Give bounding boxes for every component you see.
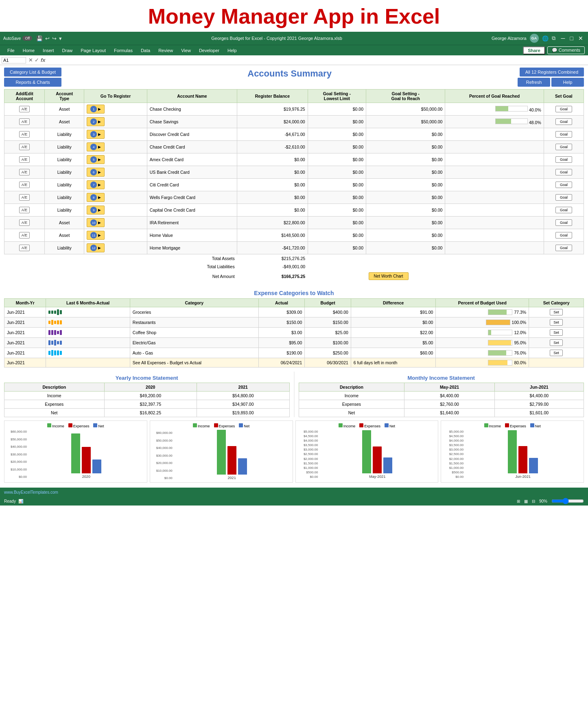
customize-icon[interactable]: ▾	[59, 35, 62, 42]
goal-button[interactable]: Goal	[555, 182, 572, 188]
set-category-button[interactable]: Set	[550, 339, 563, 346]
set-goal-cell: Goal	[544, 128, 584, 141]
goal-button[interactable]: Goal	[555, 131, 572, 138]
ae-button[interactable]: A/E	[19, 219, 30, 226]
register-button[interactable]: 3 ▶	[87, 130, 105, 139]
lowest-limit-cell: $0.00	[308, 242, 366, 254]
chart-inner: 2020	[28, 433, 144, 479]
legend-income: Income	[47, 423, 64, 428]
goal-button[interactable]: Goal	[555, 144, 572, 150]
legend-expenses: Expenses	[359, 423, 380, 428]
ae-button[interactable]: A/E	[19, 118, 30, 125]
view-page-icon[interactable]: ⊟	[532, 499, 535, 503]
arrow-right-icon: ▶	[98, 221, 101, 225]
register-button[interactable]: 12 ▶	[87, 243, 105, 252]
ae-button[interactable]: A/E	[19, 169, 30, 175]
ae-button[interactable]: A/E	[19, 194, 30, 201]
menu-review[interactable]: Review	[154, 47, 177, 54]
user-avatar: GA	[530, 34, 539, 43]
register-button[interactable]: 6 ▶	[87, 168, 105, 177]
register-number: 10	[90, 219, 97, 226]
register-button[interactable]: 9 ▶	[87, 206, 105, 214]
goal-button[interactable]: Goal	[555, 118, 572, 125]
ae-button[interactable]: A/E	[19, 144, 30, 150]
total-liabilities-label: Total Liabilities	[4, 263, 237, 271]
register-button[interactable]: 11 ▶	[87, 231, 105, 240]
goal-button[interactable]: Goal	[555, 232, 572, 239]
menu-pagelayout[interactable]: Page Layout	[77, 47, 110, 54]
balance-cell: -$4,671.00	[237, 128, 308, 141]
goal-button[interactable]: Goal	[555, 194, 572, 201]
menu-formulas[interactable]: Formulas	[110, 47, 137, 54]
share-button[interactable]: Share	[523, 46, 545, 55]
all-registers-button[interactable]: All 12 Registers Combined	[520, 68, 584, 77]
set-category-button[interactable]: Set	[550, 350, 563, 356]
exp-bars-cell	[46, 328, 130, 338]
footer-url[interactable]: www.BuyExcelTemplates.com	[4, 490, 58, 495]
set-category-button[interactable]: Set	[550, 329, 563, 336]
set-category-button[interactable]: Set	[550, 319, 563, 326]
register-button[interactable]: 4 ▶	[87, 142, 105, 151]
go-to-register-cell: 8 ▶	[84, 191, 147, 204]
ae-button[interactable]: A/E	[19, 106, 30, 112]
register-button[interactable]: 10 ▶	[87, 218, 105, 227]
register-button[interactable]: 1 ▶	[87, 105, 105, 114]
register-button[interactable]: 5 ▶	[87, 155, 105, 164]
comments-button[interactable]: 💬 Comments	[547, 46, 585, 54]
menu-data[interactable]: Data	[137, 47, 154, 54]
pct-goal-cell	[445, 242, 544, 254]
menu-view[interactable]: View	[177, 47, 195, 54]
menu-draw[interactable]: Draw	[58, 47, 77, 54]
register-button[interactable]: 8 ▶	[87, 193, 105, 202]
col-register-balance: Register Balance	[237, 90, 308, 103]
window-restore-icon[interactable]: ⧉	[552, 35, 555, 42]
lowest-limit-cell: $0.00	[308, 217, 366, 229]
menu-home[interactable]: Home	[19, 47, 39, 54]
y-tick-label: $30,000.00	[7, 453, 27, 456]
zoom-slider[interactable]	[551, 498, 584, 504]
ae-button[interactable]: A/E	[19, 245, 30, 251]
maximize-button[interactable]: □	[568, 35, 575, 42]
chart-y-labels: $60,000.00$50,000.00$40,000.00$30,000.00…	[153, 431, 174, 480]
redo-icon[interactable]: ↪	[52, 35, 57, 42]
refresh-button[interactable]: Refresh	[518, 78, 550, 87]
goal-button[interactable]: Goal	[555, 245, 572, 251]
exp-budget-cell: $400.00	[305, 307, 351, 317]
minimize-button[interactable]: ─	[560, 35, 567, 42]
ae-button[interactable]: A/E	[19, 131, 30, 138]
arrow-right-icon: ▶	[98, 195, 101, 199]
help-button[interactable]: Help	[551, 78, 584, 87]
legend-income: Income	[339, 423, 356, 428]
chart-inner: 2021	[174, 430, 290, 480]
goal-button[interactable]: Goal	[555, 169, 572, 175]
net-worth-chart-button[interactable]: Net Worth Chart	[369, 272, 409, 280]
balance-cell: $0.00	[237, 191, 308, 204]
menu-developer[interactable]: Developer	[195, 47, 223, 54]
set-category-button[interactable]: Set	[550, 309, 563, 315]
view-normal-icon[interactable]: ⊞	[517, 499, 520, 503]
ae-button[interactable]: A/E	[19, 182, 30, 188]
register-button[interactable]: 2 ▶	[87, 117, 105, 126]
goal-button[interactable]: Goal	[555, 207, 572, 213]
category-list-button[interactable]: Category List & Budget	[4, 68, 61, 77]
cell-reference-input[interactable]	[2, 57, 26, 63]
goal-button[interactable]: Goal	[555, 219, 572, 226]
ae-button[interactable]: A/E	[19, 232, 30, 239]
goal-button[interactable]: Goal	[555, 156, 572, 163]
exp-budget-cell: $150.00	[305, 317, 351, 328]
ae-button[interactable]: A/E	[19, 207, 30, 213]
ae-button[interactable]: A/E	[19, 156, 30, 163]
register-button[interactable]: 7 ▶	[87, 180, 105, 189]
reports-charts-button[interactable]: Reports & Charts	[4, 78, 61, 87]
menu-insert[interactable]: Insert	[39, 47, 58, 54]
close-button[interactable]: ✕	[577, 35, 585, 42]
view-layout-icon[interactable]: ▦	[524, 499, 528, 503]
goal-button[interactable]: Goal	[555, 106, 572, 112]
globe-icon[interactable]: 🌐	[542, 35, 549, 42]
menu-help[interactable]: Help	[223, 47, 241, 54]
undo-icon[interactable]: ↩	[45, 35, 50, 42]
lowest-limit-cell: $0.00	[308, 191, 366, 204]
formula-input[interactable]	[48, 57, 586, 63]
menu-file[interactable]: File	[3, 47, 19, 54]
save-icon[interactable]: 💾	[36, 35, 43, 42]
